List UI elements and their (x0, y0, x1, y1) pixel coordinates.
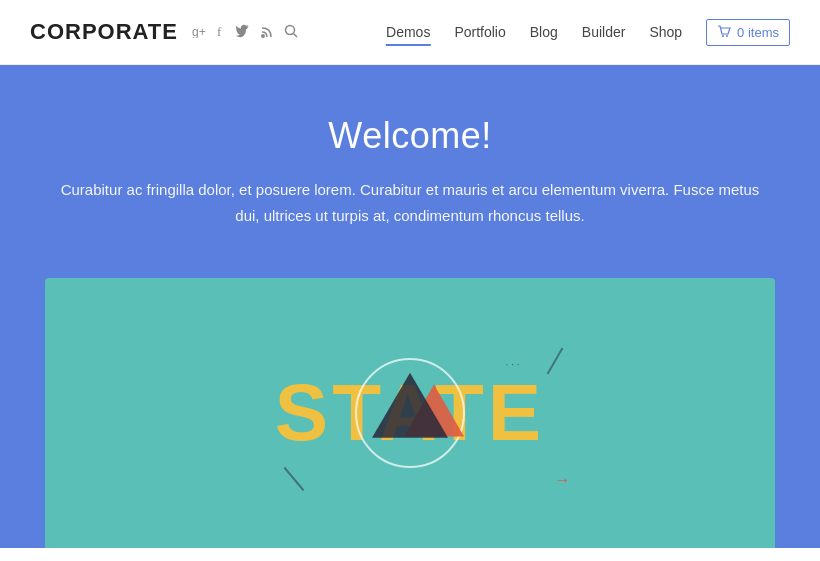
site-header: CORPORATE g+ f (0, 0, 820, 65)
nav-demos[interactable]: Demos (386, 24, 430, 40)
svg-point-5 (722, 35, 724, 37)
showcase-inner: · · · STATE → (45, 278, 775, 548)
nav-builder[interactable]: Builder (582, 24, 626, 40)
cart-label: 0 items (737, 25, 779, 40)
social-icons: g+ f (192, 24, 298, 41)
cart-button[interactable]: 0 items (706, 19, 790, 46)
twitter-icon[interactable] (236, 24, 251, 41)
header-left: CORPORATE g+ f (30, 19, 298, 45)
showcase-section: · · · STATE → (0, 268, 820, 548)
hero-description: Curabitur ac fringilla dolor, et posuere… (50, 177, 770, 228)
site-logo: CORPORATE (30, 19, 178, 45)
deco-arrows: → (555, 471, 571, 489)
svg-line-4 (293, 33, 297, 37)
facebook-icon[interactable]: f (216, 24, 226, 41)
google-plus-icon[interactable]: g+ (192, 24, 206, 41)
nav-portfolio[interactable]: Portfolio (454, 24, 505, 40)
svg-point-3 (285, 25, 294, 34)
triangle-dark (372, 373, 448, 438)
svg-point-6 (726, 35, 728, 37)
main-nav: Demos Portfolio Blog Builder Shop 0 item… (386, 19, 790, 46)
nav-blog[interactable]: Blog (530, 24, 558, 40)
svg-text:f: f (217, 24, 222, 38)
svg-text:g+: g+ (192, 25, 206, 38)
svg-point-2 (261, 34, 265, 38)
state-graphic: STATE (275, 367, 545, 459)
deco-line-1 (547, 347, 564, 374)
deco-line-2 (284, 467, 305, 491)
hero-title: Welcome! (30, 115, 790, 157)
hero-section: Welcome! Curabitur ac fringilla dolor, e… (0, 65, 820, 268)
rss-icon[interactable] (261, 24, 274, 41)
search-icon[interactable] (284, 24, 298, 41)
nav-shop[interactable]: Shop (649, 24, 682, 40)
cart-icon (717, 25, 731, 39)
